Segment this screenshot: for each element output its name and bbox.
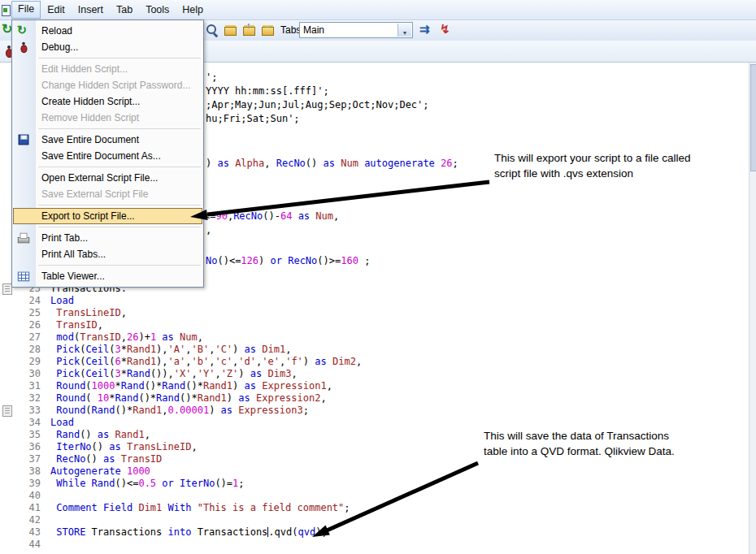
chevron-down-icon[interactable] — [398, 24, 411, 37]
menubar-item-file[interactable]: File — [11, 1, 41, 19]
code-text: Round(Rand()*Rand1,0.00001) as Expressio… — [50, 405, 309, 417]
menu-item-save-entire-document[interactable]: Save Entire Document — [12, 132, 203, 148]
annotation-note-2: This will save the data of Transactionst… — [484, 428, 675, 459]
code-line-41[interactable]: 41 Comment Field Dim1 With "This is a fi… — [0, 502, 748, 514]
code-line-39[interactable]: 39 While Rand()<=0.5 or IterNo()=1; — [0, 478, 748, 490]
line-number: 43 — [0, 526, 50, 539]
code-text: mod(TransID,26)+1 as Num, — [50, 331, 203, 344]
menu-item-label: Reload — [41, 25, 72, 37]
print-icon — [17, 232, 30, 245]
code-line-42[interactable]: 42 — [0, 514, 748, 526]
menubar-item-edit[interactable]: Edit — [41, 2, 72, 18]
code-text: RecNo() as TransID — [50, 453, 162, 465]
merge-tabs-icon[interactable] — [419, 23, 434, 37]
code-text: Load — [50, 417, 74, 429]
menu-item-label: Save Entire Document — [41, 134, 139, 145]
menubar-item-tab[interactable]: Tab — [110, 2, 139, 18]
line-number: 36 — [0, 441, 50, 453]
code-line-34[interactable]: 34Load — [0, 417, 748, 429]
menu-separator — [38, 167, 201, 167]
line-number: 39 — [0, 478, 50, 490]
line-number: 40 — [0, 490, 50, 502]
menu-item-reload[interactable]: Reload — [12, 23, 203, 39]
tab-selector-value: Main — [303, 24, 324, 36]
code-text: Pick(Ceil(6*Rand1),'a','b','c','d','e','… — [50, 356, 362, 368]
code-line-25[interactable]: 25 TransLineID, — [0, 307, 748, 319]
menu-separator — [38, 128, 201, 129]
menu-item-print-all-tabs[interactable]: Print All Tabs... — [12, 246, 203, 262]
code-fragment: No()<=126) or RecNo()>=160 ; — [206, 255, 370, 267]
code-line-27[interactable]: 27 mod(TransID,26)+1 as Num, — [0, 331, 748, 344]
line-number: 29 — [0, 356, 50, 368]
editor-scrollbar[interactable] — [749, 62, 756, 554]
code-text: STORE Transactions into Transactions.qvd… — [50, 526, 328, 539]
code-text: Pick(Ceil(3*Rand1),'A','B','C') as Dim1, — [50, 344, 291, 356]
line-number: 28 — [0, 344, 50, 356]
menubar-item-insert[interactable]: Insert — [72, 2, 110, 18]
annotation-line: This will save the data of Transactions — [484, 428, 675, 444]
menu-item-create-hidden-script[interactable]: Create Hidden Script... — [12, 93, 203, 110]
menu-bar: FileEditInsertTabToolsHelp — [0, 0, 756, 20]
line-number: 42 — [0, 514, 50, 526]
code-line-32[interactable]: 32 Round( 10*Rand()*Rand()*Rand1) as Exp… — [0, 392, 748, 405]
line-number: 34 — [0, 417, 50, 429]
menu-item-label: Export to Script File... — [41, 210, 135, 222]
annotation-line: table into a QVD format. Qlikview Data. — [484, 444, 675, 459]
code-line-26[interactable]: 26 TransID, — [0, 319, 748, 331]
code-fragment: , — [206, 224, 211, 236]
code-text: TransID, — [50, 319, 103, 331]
search-icon[interactable] — [205, 23, 219, 37]
menu-item-label: Edit Hidden Script... — [41, 63, 128, 75]
code-line-43[interactable]: 43 STORE Transactions into Transactions.… — [0, 526, 748, 539]
code-fragment: <=90,RecNo()-64 as Num, — [204, 210, 339, 223]
menu-item-label: Print Tab... — [41, 232, 88, 244]
menubar-item-tools[interactable]: Tools — [139, 2, 176, 18]
code-line-44[interactable]: 44 — [0, 539, 748, 551]
code-line-29[interactable]: 29 Pick(Ceil(6*Rand1),'a','b','c','d','e… — [0, 356, 748, 368]
folder-up-icon[interactable] — [242, 23, 257, 37]
menu-item-label: Save Entire Document As... — [41, 150, 161, 162]
menu-item-table-viewer[interactable]: Table Viewer... — [12, 268, 203, 284]
code-line-30[interactable]: 30 Pick(Ceil(3*Rand()),'X','Y','Z') as D… — [0, 368, 748, 380]
code-line-28[interactable]: 28 Pick(Ceil(3*Rand1),'A','B','C') as Di… — [0, 344, 748, 356]
code-text: Autogenerate 1000 — [50, 465, 150, 478]
menu-item-print-tab[interactable]: Print Tab... — [12, 230, 203, 246]
menu-item-debug[interactable]: Debug... — [12, 39, 203, 55]
toolbar-search-group — [205, 23, 276, 37]
menubar-item-help[interactable]: Help — [176, 2, 210, 18]
menu-item-label: Change Hidden Script Password... — [41, 80, 190, 91]
line-number: 24 — [0, 295, 50, 307]
menu-separator — [38, 265, 201, 266]
remove-tab-icon[interactable] — [438, 23, 453, 37]
debug-icon — [17, 41, 30, 54]
code-line-40[interactable]: 40 — [0, 490, 748, 502]
open-script-icon[interactable] — [261, 23, 276, 37]
line-number: 35 — [0, 429, 50, 441]
code-text: Round( 10*Rand()*Rand()*Rand1) as Expres… — [50, 392, 327, 405]
menu-item-export-to-script-file[interactable]: Export to Script File... — [13, 208, 202, 224]
menu-item-open-external-script-file[interactable]: Open External Script File... — [12, 170, 203, 186]
table-viewer-icon — [17, 270, 30, 283]
code-text: IterNo() as TransLineID, — [50, 441, 198, 453]
code-area[interactable]: 23Transactions:24Load25 TransLineID,26 T… — [0, 283, 748, 551]
line-number: 26 — [0, 319, 50, 331]
menu-separator — [38, 227, 201, 227]
menu-item-save-external-script-file: Save External Script File — [12, 186, 203, 202]
menu-item-save-entire-document-as[interactable]: Save Entire Document As... — [12, 148, 203, 164]
file-menu-items: ReloadDebug...Edit Hidden Script...Chang… — [12, 23, 203, 284]
menu-bar-items: FileEditInsertTabToolsHelp — [11, 0, 210, 19]
toolbar-tab-actions — [419, 23, 453, 37]
code-fragment: hu;Fri;Sat;Sun'; — [206, 113, 300, 125]
tab-selector[interactable]: Main — [299, 22, 413, 38]
code-line-24[interactable]: 24Load — [0, 295, 748, 307]
code-line-33[interactable]: 33 Round(Rand()*Rand1,0.00001) as Expres… — [0, 405, 748, 417]
code-line-38[interactable]: 38Autogenerate 1000 — [0, 465, 748, 478]
scrollbar-thumb[interactable] — [750, 64, 756, 171]
menu-item-label: Remove Hidden Script — [41, 112, 139, 123]
open-folder-icon[interactable] — [224, 23, 238, 37]
code-text: Round(1000*Rand()*Rand()*Rand1) as Expre… — [50, 380, 332, 392]
line-number: 27 — [0, 331, 50, 344]
annotation-line: This will export your script to a file c… — [494, 150, 691, 166]
menu-item-label: Debug... — [41, 41, 78, 53]
code-line-31[interactable]: 31 Round(1000*Rand()*Rand()*Rand1) as Ex… — [0, 380, 748, 392]
